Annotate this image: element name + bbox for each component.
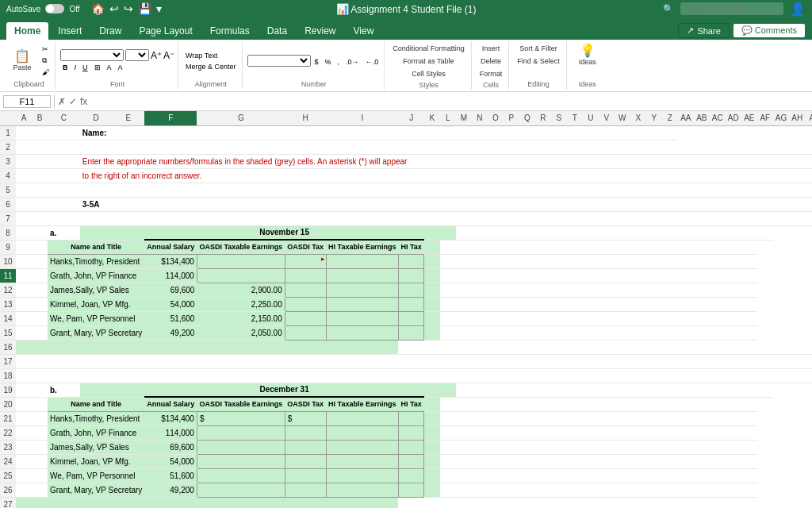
cell-26-A[interactable] (16, 483, 48, 497)
col-header-L[interactable]: L (440, 111, 456, 125)
undo-icon[interactable]: ↩ (109, 2, 119, 15)
spreadsheet-content[interactable]: A B C D E F G H I J K L M N O P Q (0, 111, 812, 508)
cell-15-rest[interactable] (440, 325, 757, 340)
cell-8-green1[interactable] (80, 225, 145, 240)
merge-center-button[interactable]: Merge & Center (183, 62, 239, 71)
sort-filter-button[interactable]: Sort & Filter (514, 43, 563, 54)
cell-styles-button[interactable]: Cell Styles (389, 68, 468, 79)
cell-21-oasdi-tax[interactable]: $ (285, 411, 326, 425)
cell-12-hi-tax[interactable] (398, 283, 423, 297)
cell-25-oasdi-tax[interactable] (285, 468, 326, 483)
format-button[interactable]: Format (477, 68, 506, 79)
cell-9-A[interactable] (16, 240, 48, 254)
cell-23-oasdi-taxable[interactable] (197, 440, 285, 454)
cell-24-hi-tax[interactable] (398, 454, 423, 468)
format-as-table-button[interactable]: Format as Table (389, 56, 468, 67)
cell-3-A[interactable] (16, 154, 80, 168)
cell-4-rest[interactable] (599, 168, 812, 183)
col-header-J[interactable]: J (398, 111, 423, 125)
cell-22-oasdi-tax[interactable] (285, 425, 326, 440)
cell-14-rest[interactable] (440, 311, 757, 325)
tab-review[interactable]: Review (297, 22, 343, 40)
col-header-Z[interactable]: Z (662, 111, 678, 125)
cell-24-rest[interactable] (440, 454, 757, 468)
col-header-X[interactable]: X (630, 111, 646, 125)
cell-12-end[interactable] (424, 283, 440, 297)
cell-11-hi-tax[interactable] (398, 268, 423, 283)
col-header-M[interactable]: M (456, 111, 472, 125)
cell-6-section[interactable]: 3-5A (80, 197, 285, 211)
cell-24-end[interactable] (424, 454, 440, 468)
cell-10-rest[interactable] (440, 254, 757, 268)
col-header-W[interactable]: W (615, 111, 630, 125)
find-select-button[interactable]: Find & Select (514, 56, 563, 67)
col-header-P[interactable]: P (504, 111, 519, 125)
cell-12-A[interactable] (16, 283, 48, 297)
decrease-font-icon[interactable]: A⁻ (163, 50, 174, 61)
wrap-text-button[interactable]: Wrap Text (183, 51, 220, 60)
tab-formulas[interactable]: Formulas (202, 22, 258, 40)
italic-button[interactable]: I (72, 63, 79, 72)
comma-icon[interactable]: , (335, 57, 343, 67)
save-icon[interactable]: 💾 (138, 2, 151, 15)
cut-button[interactable]: ✂ (40, 44, 52, 54)
col-header-AE[interactable]: AE (741, 111, 757, 125)
tab-insert[interactable]: Insert (50, 22, 90, 40)
cell-19-green1[interactable] (80, 383, 145, 397)
cell-23-rest[interactable] (440, 440, 757, 454)
cell-11-end[interactable] (424, 268, 440, 283)
underline-button[interactable]: U (80, 63, 90, 72)
cell-10-end[interactable] (424, 254, 440, 268)
copy-button[interactable]: ⧉ (40, 56, 52, 66)
col-header-D[interactable]: D (80, 111, 113, 125)
share-button[interactable]: ↗ Share (678, 23, 729, 38)
cell-22-end[interactable] (424, 425, 440, 440)
col-header-AD[interactable]: AD (726, 111, 741, 125)
cell-6-rest[interactable] (285, 197, 812, 211)
fill-color-button[interactable]: A (105, 63, 114, 72)
col-header-AA[interactable]: AA (678, 111, 694, 125)
number-format-select[interactable] (247, 55, 311, 67)
col-header-I[interactable]: I (326, 111, 398, 125)
cell-12-rest[interactable] (440, 283, 757, 297)
insert-button[interactable]: Insert (477, 43, 506, 54)
cell-18[interactable] (16, 368, 812, 383)
cell-25-oasdi-taxable[interactable] (197, 468, 285, 483)
cell-23-hi-tax[interactable] (398, 440, 423, 454)
cell-24-hi-taxable[interactable] (326, 454, 398, 468)
cell-23-hi-taxable[interactable] (326, 440, 398, 454)
autosave-toggle[interactable] (45, 4, 64, 13)
tab-page-layout[interactable]: Page Layout (131, 22, 200, 40)
confirm-formula-icon[interactable]: ✓ (69, 96, 77, 107)
col-header-AG[interactable]: AG (773, 111, 789, 125)
cell-16-green[interactable] (16, 340, 398, 354)
tab-draw[interactable]: Draw (91, 22, 129, 40)
cell-15-oasdi-tax[interactable] (285, 325, 326, 340)
cell-23-end[interactable] (424, 440, 440, 454)
col-header-C[interactable]: C (48, 111, 80, 125)
col-header-U[interactable]: U (583, 111, 599, 125)
cell-19-green2[interactable] (424, 383, 456, 397)
cell-13-oasdi-tax[interactable] (285, 297, 326, 311)
cell-7[interactable] (16, 211, 812, 225)
cell-13-A[interactable] (16, 297, 48, 311)
col-header-N[interactable]: N (472, 111, 488, 125)
cell-20-end[interactable] (424, 397, 440, 411)
cell-4-A[interactable] (16, 168, 80, 183)
cell-21-oasdi-taxable[interactable]: $ (197, 411, 285, 425)
cell-14-A[interactable] (16, 311, 48, 325)
cell-22-hi-tax[interactable] (398, 425, 423, 440)
cell-10-hi-taxable[interactable] (326, 254, 398, 268)
cell-26-rest[interactable] (440, 483, 757, 497)
col-header-E[interactable]: E (113, 111, 145, 125)
cell-25-hi-taxable[interactable] (326, 468, 398, 483)
cell-17[interactable] (16, 354, 812, 368)
cell-14-oasdi-tax[interactable] (285, 311, 326, 325)
tab-view[interactable]: View (346, 22, 382, 40)
cell-6-A[interactable] (16, 197, 80, 211)
cell-25-hi-tax[interactable] (398, 468, 423, 483)
conditional-formatting-button[interactable]: Conditional Formatting (389, 43, 468, 54)
cell-10-oasdi-tax[interactable]: ▸ (285, 254, 326, 268)
cell-14-hi-tax[interactable] (398, 311, 423, 325)
cell-8-green2[interactable] (424, 225, 456, 240)
